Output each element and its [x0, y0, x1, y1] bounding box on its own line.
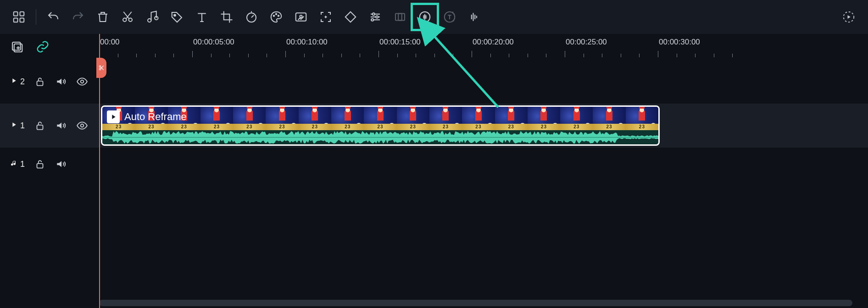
clip-thumbnail: 23: [331, 107, 364, 130]
ruler-tick: [434, 54, 435, 57]
adjust-icon[interactable]: [363, 5, 388, 29]
ruler-time-label: 00:00:30:00: [659, 38, 700, 47]
play-icon: [10, 121, 17, 131]
ruler-tick: [639, 54, 640, 57]
audio-denoise-icon[interactable]: [412, 5, 437, 29]
aspect-ratio-icon[interactable]: [388, 5, 412, 29]
tag-icon[interactable]: [165, 5, 189, 29]
text-to-speech-icon[interactable]: [437, 5, 462, 29]
audio-track-1: 1: [0, 148, 868, 181]
music-note-icon: [10, 160, 17, 169]
apps-icon[interactable]: [6, 5, 31, 29]
ruler-tick: [211, 54, 211, 57]
svg-point-6: [148, 19, 151, 22]
ruler-tick: [118, 54, 118, 57]
ruler-tick: [416, 54, 416, 57]
add-media-icon[interactable]: [10, 40, 24, 54]
ruler-tick: [658, 51, 658, 57]
svg-point-16: [376, 16, 378, 18]
playhead-handle[interactable]: [96, 58, 106, 78]
picture-in-picture-icon[interactable]: [289, 5, 313, 29]
crop-icon[interactable]: [214, 5, 239, 29]
ruler-tick: [677, 54, 677, 57]
ruler-tick: [565, 51, 565, 57]
track-body[interactable]: [99, 60, 868, 104]
visibility-toggle-icon[interactable]: [76, 120, 88, 132]
ruler-tick: [602, 54, 602, 57]
svg-point-8: [174, 14, 176, 16]
cut-icon[interactable]: [115, 5, 140, 29]
music-note-icon[interactable]: [140, 5, 165, 29]
horizontal-scrollbar[interactable]: [99, 300, 852, 306]
keyframe-icon[interactable]: [338, 5, 363, 29]
ruler-time-label: 00:00: [100, 38, 120, 47]
undo-icon[interactable]: [41, 5, 66, 29]
ruler-tick: [323, 54, 323, 57]
clip-thumbnail: 23: [364, 107, 396, 130]
track-index: 1: [20, 160, 25, 169]
ruler-tick: [378, 51, 379, 57]
ruler-tick: [285, 51, 286, 57]
ruler-tick: [397, 54, 398, 57]
clip-thumbnail: 23: [560, 107, 593, 130]
clip-title: Auto Reframe: [124, 111, 187, 123]
visibility-toggle-icon[interactable]: [76, 76, 88, 88]
text-icon[interactable]: [189, 5, 214, 29]
svg-point-5: [129, 18, 133, 22]
link-toggle-icon[interactable]: [36, 40, 50, 54]
clip-thumbnail: 23: [528, 107, 560, 130]
ruler-time-label: 00:00:20:00: [473, 38, 514, 47]
svg-rect-30: [37, 164, 43, 168]
timeline-ruler[interactable]: 00:0000:00:05:0000:00:10:0000:00:15:0000…: [99, 34, 868, 59]
focus-icon[interactable]: [313, 5, 338, 29]
ruler-tick: [732, 54, 733, 57]
track-head: 1: [0, 104, 99, 148]
clip-thumbnail: 23: [397, 107, 429, 130]
volume-toggle-icon[interactable]: [55, 120, 67, 132]
lock-toggle-icon[interactable]: [34, 158, 46, 170]
track-type-label: 2: [10, 77, 25, 87]
video-track-2: 2: [0, 60, 868, 104]
svg-point-11: [276, 14, 277, 15]
ruler-tick: [341, 54, 342, 57]
ruler-head: [0, 34, 99, 59]
volume-toggle-icon[interactable]: [55, 76, 67, 88]
scrollbar-thumb[interactable]: [99, 300, 852, 306]
ruler-tick: [99, 51, 100, 57]
ruler-tick: [490, 54, 491, 57]
clip-play-icon: [107, 110, 120, 123]
render-icon[interactable]: [840, 9, 857, 25]
ruler-tick: [136, 54, 137, 57]
redo-icon[interactable]: [66, 5, 90, 29]
track-body[interactable]: Auto Reframe2323232323232323232323232323…: [99, 104, 868, 148]
ruler-time-label: 00:00:15:00: [379, 38, 421, 47]
lock-toggle-icon[interactable]: [34, 76, 46, 88]
ruler-tick: [621, 54, 621, 57]
lock-toggle-icon[interactable]: [34, 120, 46, 132]
svg-rect-1: [20, 12, 24, 16]
ruler-time-label: 00:00:25:00: [566, 38, 607, 47]
track-body[interactable]: [99, 148, 868, 181]
ruler-tick: [584, 54, 584, 57]
svg-rect-27: [37, 125, 43, 130]
ruler-time-label: 00:00:10:00: [286, 38, 328, 47]
svg-point-14: [300, 15, 302, 17]
svg-rect-23: [12, 42, 21, 50]
ruler-tick: [192, 51, 193, 57]
volume-toggle-icon[interactable]: [55, 158, 67, 170]
svg-point-15: [373, 13, 375, 15]
svg-rect-25: [37, 81, 43, 86]
audio-visualizer-icon[interactable]: [462, 5, 487, 29]
ruler-tick: [173, 54, 174, 57]
ruler-tick: [248, 54, 249, 57]
delete-icon[interactable]: [90, 5, 115, 29]
speed-icon[interactable]: [239, 5, 264, 29]
color-palette-icon[interactable]: [264, 5, 289, 29]
clip-thumbnail: 23: [593, 107, 625, 130]
play-icon: [10, 77, 17, 87]
clip-thumbnail: 23: [233, 107, 266, 130]
svg-point-12: [278, 15, 279, 16]
video-clip[interactable]: Auto Reframe2323232323232323232323232323…: [101, 105, 660, 146]
ruler-tick: [695, 54, 696, 57]
svg-point-17: [371, 19, 373, 21]
